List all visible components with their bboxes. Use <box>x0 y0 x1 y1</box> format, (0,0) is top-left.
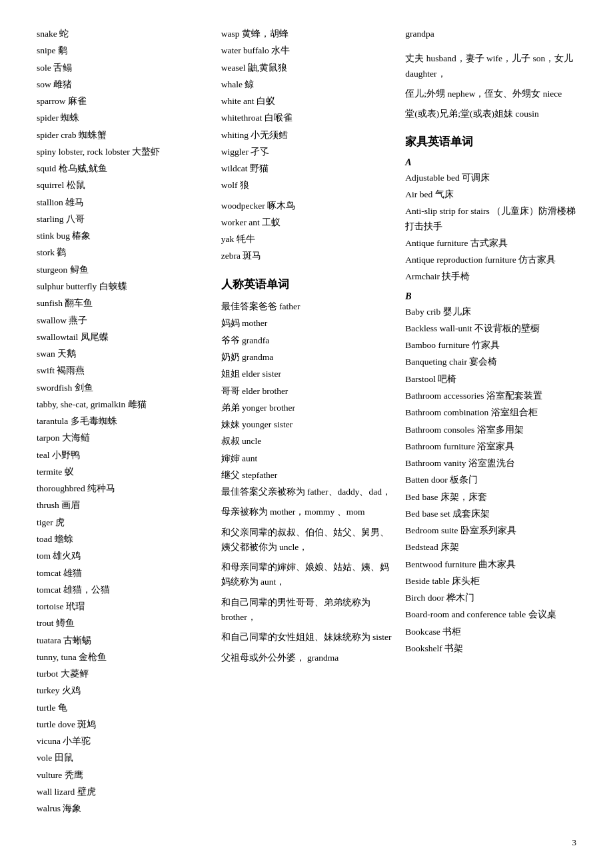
list-item: stork 鹳 <box>37 245 208 260</box>
list-item: wolf 狼 <box>221 178 392 193</box>
list-item: snipe 鹬 <box>37 43 208 58</box>
column-2: wasp 黄蜂，胡蜂water buffalo 水牛weasel 鼬,黄鼠狼wh… <box>221 27 392 818</box>
list-item: 妹妹 younger sister <box>221 417 392 432</box>
list-item: worker ant 工蚁 <box>221 215 392 230</box>
list-item: 妈妈 mother <box>221 316 392 331</box>
section-letter-a: A <box>405 157 576 168</box>
list-item: water buffalo 水牛 <box>221 43 392 58</box>
list-item: Bathroom vanity 浴室盥洗台 <box>405 456 576 471</box>
list-item: Bookshelf 书架 <box>405 641 576 656</box>
list-item: Banqueting chair 宴会椅 <box>405 355 576 369</box>
list-item: 奶奶 grandma <box>221 350 392 365</box>
list-item: woodpecker 啄木鸟 <box>221 199 392 213</box>
list-item: tarpon 大海鲢 <box>37 431 208 445</box>
list-item: 哥哥 elder brother <box>221 384 392 399</box>
list-item: tunny, tuna 金枪鱼 <box>37 650 208 665</box>
list-item: swift 褐雨燕 <box>37 363 208 378</box>
list-item: whitethroat 白喉雀 <box>221 111 392 125</box>
section-title-persons: 人称英语单词 <box>221 276 392 293</box>
list-item: 弟弟 yonger brother <box>221 401 392 415</box>
list-item: zebra 斑马 <box>221 249 392 263</box>
list-item: Bentwood furniture 曲木家具 <box>405 557 576 572</box>
list-item: starling 八哥 <box>37 212 208 227</box>
list-item: Baby crib 婴儿床 <box>405 305 576 319</box>
list-item: Bedstead 床架 <box>405 540 576 555</box>
paragraph: 堂(或表)兄弟;堂(或表)姐妹 cousin <box>405 107 576 121</box>
list-item: tarantula 多毛毒蜘蛛 <box>37 414 208 429</box>
list-item: Bed base 床架，床套 <box>405 490 576 505</box>
list-item: 婶婶 aunt <box>221 451 392 466</box>
column-1: snake 蛇snipe 鹬sole 舌鳎sow 雌猪sparrow 麻雀spi… <box>37 27 208 818</box>
page-layout: snake 蛇snipe 鹬sole 舌鳎sow 雌猪sparrow 麻雀spi… <box>37 27 576 818</box>
list-item: wiggler 孑孓 <box>221 145 392 159</box>
list-item: termite 蚁 <box>37 465 208 479</box>
col1-entries: snake 蛇snipe 鹬sole 舌鳎sow 雌猪sparrow 麻雀spi… <box>37 27 208 816</box>
list-item: tiger 虎 <box>37 515 208 530</box>
list-item: Beside table 床头柜 <box>405 574 576 589</box>
list-item: swordfish 剑鱼 <box>37 381 208 395</box>
list-item: trout 鳟鱼 <box>37 616 208 631</box>
list-item: Bathroom furniture 浴室家具 <box>405 439 576 454</box>
list-item: swallowtail 凤尾蝶 <box>37 330 208 345</box>
paragraph: 和自己同辈的男性哥哥、弟弟统称为 brother， <box>221 595 392 625</box>
list-item: whiting 小无须鳕 <box>221 128 392 143</box>
list-item: Bed base set 成套床架 <box>405 507 576 521</box>
list-item: Bedroom suite 卧室系列家具 <box>405 523 576 538</box>
list-item: walrus 海象 <box>37 801 208 816</box>
list-item: wall lizard 壁虎 <box>37 785 208 799</box>
list-item: squirrel 松鼠 <box>37 178 208 193</box>
list-item: white ant 白蚁 <box>221 94 392 109</box>
list-item: swallow 燕子 <box>37 313 208 328</box>
list-item: vole 田鼠 <box>37 751 208 765</box>
paragraph: 和父亲同辈的叔叔、伯伯、姑父、舅男、姨父都被你为 uncle， <box>221 525 392 555</box>
list-item: vulture 秃鹰 <box>37 768 208 783</box>
list-item: swan 天鹅 <box>37 347 208 361</box>
list-item: Adjustable bed 可调床 <box>405 171 576 185</box>
list-item: 继父 stepfather <box>221 468 392 483</box>
list-item: sole 舌鳎 <box>37 61 208 75</box>
list-item: 姐姐 elder sister <box>221 367 392 381</box>
section-title-furniture: 家具英语单词 <box>405 133 576 151</box>
list-item: turbot 大菱鲆 <box>37 667 208 681</box>
list-item: tomcat 雄猫，公猫 <box>37 583 208 597</box>
list-item: Barstool 吧椅 <box>405 372 576 387</box>
list-item: tuatara 古蜥蜴 <box>37 633 208 648</box>
list-item: Antique reproduction furniture 仿古家具 <box>405 253 576 267</box>
list-item: Bathroom accessories 浴室配套装置 <box>405 389 576 403</box>
col2-entries: wasp 黄蜂，胡蜂water buffalo 水牛weasel 鼬,黄鼠狼wh… <box>221 27 392 665</box>
list-item: Board-room and conference table 会议桌 <box>405 607 576 622</box>
list-item: spider 蜘蛛 <box>37 111 208 125</box>
column-3: grandpa丈夫 husband，妻子 wife，儿子 son，女儿 daug… <box>405 27 576 818</box>
list-item: spider crab 蜘蛛蟹 <box>37 128 208 143</box>
list-item: snake 蛇 <box>37 27 208 41</box>
list-item: Anti-slip strip for stairs （儿童床）防滑楼梯打击扶手 <box>405 204 576 234</box>
list-item: 叔叔 uncle <box>221 434 392 449</box>
list-item: turtle 龟 <box>37 701 208 715</box>
paragraph: 最佳答案父亲被称为 father、daddy、dad， <box>221 485 392 499</box>
paragraph: 和母亲同辈的婶婶、娘娘、姑姑、姨、妈妈统称为 aunt， <box>221 560 392 590</box>
section-letter-b: B <box>405 291 576 302</box>
list-item: turtle dove 斑鸠 <box>37 717 208 732</box>
list-item: spiny lobster, rock lobster 大螯虾 <box>37 145 208 159</box>
list-item: Antique furniture 古式家具 <box>405 236 576 251</box>
list-item: Bathroom consoles 浴室多用架 <box>405 423 576 437</box>
list-item: Birch door 桦木门 <box>405 591 576 605</box>
list-item: sparrow 麻雀 <box>37 94 208 109</box>
list-item: Bathroom combination 浴室组合柜 <box>405 405 576 420</box>
list-item: Batten door 板条门 <box>405 473 576 487</box>
list-item: stink bug 椿象 <box>37 229 208 243</box>
list-item: whale 鲸 <box>221 77 392 92</box>
list-item: 爷爷 grandfa <box>221 333 392 348</box>
list-item: turkey 火鸡 <box>37 683 208 698</box>
paragraph: 母亲被称为 mother，mommy 、mom <box>221 505 392 519</box>
list-item: Bamboo furniture 竹家具 <box>405 338 576 353</box>
paragraph: 和自己同辈的女性姐姐、妹妹统称为 sister <box>221 630 392 645</box>
list-item: sunfish 翻车鱼 <box>37 296 208 311</box>
page-number: 3 <box>572 837 577 848</box>
list-item: stallion 雄马 <box>37 195 208 210</box>
list-item: toad 蟾蜍 <box>37 532 208 547</box>
paragraph: 丈夫 husband，妻子 wife，儿子 son，女儿 daughter， <box>405 51 576 81</box>
list-item: tabby, she-cat, grimalkin 雌猫 <box>37 397 208 412</box>
list-item: squid 枪乌贼,鱿鱼 <box>37 161 208 176</box>
list-item: tom 雄火鸡 <box>37 549 208 563</box>
